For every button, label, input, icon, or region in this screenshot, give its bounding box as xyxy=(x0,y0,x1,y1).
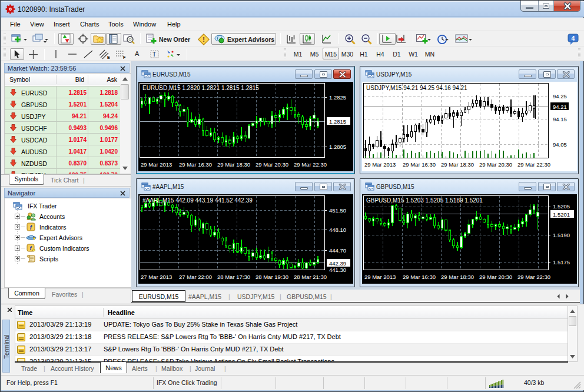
svg-text:1.2815: 1.2815 xyxy=(329,118,346,125)
svg-text:27 Mar 2013: 27 Mar 2013 xyxy=(141,274,172,280)
svg-text:94.05: 94.05 xyxy=(553,141,567,148)
svg-text:!: ! xyxy=(203,36,205,43)
svg-text:#AAPL,M15 442.09 443.19 441.5: #AAPL,M15 442.09 443.19 441.52 442.39 xyxy=(142,197,253,204)
svg-text:1.5190: 1.5190 xyxy=(553,232,570,238)
svg-text:448.10: 448.10 xyxy=(329,227,346,233)
svg-text:29 Mar 16:30: 29 Mar 16:30 xyxy=(403,274,436,280)
svg-text:29 Mar 18:30: 29 Mar 18:30 xyxy=(441,161,474,168)
svg-text:29 Mar 22:30: 29 Mar 22:30 xyxy=(517,274,550,280)
svg-text:451.50: 451.50 xyxy=(329,207,346,214)
svg-text:29 Mar 16:30: 29 Mar 16:30 xyxy=(403,161,436,168)
svg-text:E: E xyxy=(107,55,110,59)
svg-text:29 Mar 18:30: 29 Mar 18:30 xyxy=(441,274,474,280)
svg-text:USDJPY,M15 94.21 94.25 94.16: USDJPY,M15 94.21 94.25 94.16 94.21 xyxy=(366,85,467,91)
svg-text:27 Mar 22:00: 27 Mar 22:00 xyxy=(179,274,212,280)
svg-text:441.30: 441.30 xyxy=(329,267,346,273)
svg-text:444.70: 444.70 xyxy=(329,247,346,254)
svg-text:4: 4 xyxy=(572,35,575,42)
svg-text:29 Mar 22:30: 29 Mar 22:30 xyxy=(517,161,550,168)
svg-text:1.2805: 1.2805 xyxy=(329,144,346,150)
svg-text:T: T xyxy=(152,51,156,58)
svg-text:94.21: 94.21 xyxy=(553,104,567,110)
svg-text:1.5205: 1.5205 xyxy=(553,203,570,210)
svg-text:94.15: 94.15 xyxy=(553,116,567,122)
svg-text:29 Mar 2013: 29 Mar 2013 xyxy=(364,274,396,280)
svg-text:EURUSD,M15 1.2820 1.2821 1.28: EURUSD,M15 1.2820 1.2821 1.2815 1.2815 xyxy=(142,85,259,91)
svg-text:29 Mar 18:30: 29 Mar 18:30 xyxy=(217,161,250,168)
svg-text:29 Mar 22:30: 29 Mar 22:30 xyxy=(294,161,327,168)
svg-text:29 Mar 20:30: 29 Mar 20:30 xyxy=(479,161,512,168)
svg-text:442.39: 442.39 xyxy=(329,260,346,267)
svg-text:94.25: 94.25 xyxy=(553,93,567,99)
svg-text:29 Mar 16:30: 29 Mar 16:30 xyxy=(179,161,212,168)
svg-text:28 Mar 17:30: 28 Mar 17:30 xyxy=(217,274,250,280)
svg-text:GBPUSD,M15 1.5203 1.5205 1.51: GBPUSD,M15 1.5203 1.5205 1.5189 1.5201 xyxy=(366,197,483,204)
svg-text:1.5201: 1.5201 xyxy=(553,211,570,218)
svg-text:29 Mar 2013: 29 Mar 2013 xyxy=(141,161,172,168)
svg-text:28 Mar 19:30: 28 Mar 19:30 xyxy=(256,274,288,280)
svg-text:29 Mar 20:30: 29 Mar 20:30 xyxy=(479,274,512,280)
svg-text:1.2825: 1.2825 xyxy=(329,94,346,101)
svg-text:1.5175: 1.5175 xyxy=(553,259,570,265)
svg-text:29 Mar 20:30: 29 Mar 20:30 xyxy=(256,161,288,168)
svg-text:F: F xyxy=(123,55,126,59)
svg-text:29 Mar 2013: 29 Mar 2013 xyxy=(364,161,396,168)
svg-text:28 Mar 21:30: 28 Mar 21:30 xyxy=(294,274,327,280)
